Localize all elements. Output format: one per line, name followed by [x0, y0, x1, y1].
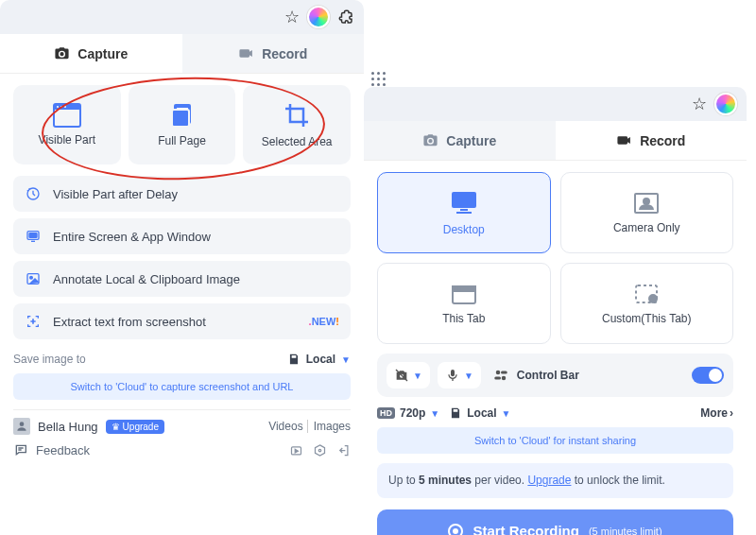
svg-rect-31 [501, 371, 507, 374]
image-icon [25, 270, 42, 287]
bookmark-star-icon[interactable]: ☆ [692, 94, 707, 114]
window-icon [53, 103, 81, 128]
svg-point-2 [57, 106, 59, 108]
camera-toggle-button[interactable]: ▼ [387, 362, 430, 388]
item-label: Visible Part after Delay [53, 187, 178, 201]
tile-label: Full Page [158, 134, 206, 147]
floppy-icon [287, 353, 301, 366]
limit-info: Up to 5 minutes per video. Upgrade to un… [377, 463, 733, 498]
svg-point-13 [30, 276, 33, 279]
video-library-icon[interactable] [289, 443, 303, 457]
svg-rect-33 [494, 377, 501, 380]
tab-record[interactable]: Record [556, 121, 747, 160]
bookmark-star-icon[interactable]: ☆ [284, 7, 300, 27]
start-label: Start Recording [472, 523, 579, 535]
svg-rect-17 [452, 192, 476, 208]
resolution-value: 720p [400, 406, 425, 420]
svg-point-16 [318, 449, 321, 452]
tile-desktop[interactable]: Desktop [377, 172, 551, 253]
tile-this-tab[interactable]: This Tab [377, 263, 551, 344]
svg-point-21 [644, 198, 649, 204]
more-label: More [700, 406, 728, 420]
capture-mode-grid: Visible Part Full Page Selected Area [13, 85, 351, 164]
settings-hex-icon[interactable] [313, 443, 327, 457]
link-images[interactable]: Images [307, 420, 351, 433]
chevron-right-icon: › [730, 406, 733, 420]
mic-toggle-button[interactable]: ▼ [438, 362, 481, 388]
camera-icon [54, 45, 70, 61]
chat-icon [13, 442, 28, 457]
start-sub-label: (5 minutes limit) [589, 526, 662, 535]
info-text: Up to [388, 474, 419, 487]
crop-icon [283, 101, 311, 129]
svg-point-32 [502, 376, 507, 381]
extension-color-icon[interactable] [714, 93, 737, 115]
save-image-label: Save image to [13, 353, 86, 366]
tab-capture[interactable]: Capture [0, 34, 182, 73]
browser-tab-icon [450, 282, 478, 306]
tile-custom-tab[interactable]: Custom(This Tab) [560, 263, 734, 344]
extension-color-icon[interactable] [307, 6, 330, 28]
chevron-down-icon: ▼ [464, 371, 473, 381]
tab-record-label: Record [262, 46, 307, 61]
chevron-down-icon: ▼ [413, 371, 422, 381]
video-icon [616, 132, 632, 148]
tile-visible-part[interactable]: Visible Part [13, 85, 121, 164]
tab-capture[interactable]: Capture [364, 121, 556, 160]
browser-toolbar-left: ☆ [0, 0, 364, 34]
controlbar-toggle[interactable] [692, 367, 724, 384]
tab-capture-label: Capture [446, 133, 496, 148]
svg-point-27 [649, 295, 657, 302]
extensions-puzzle-icon[interactable] [337, 9, 354, 26]
link-videos[interactable]: Videos [268, 420, 302, 433]
tile-camera-only[interactable]: Camera Only [560, 172, 734, 253]
feedback-link[interactable]: Feedback [36, 443, 90, 457]
person-frame-icon [632, 191, 661, 216]
clock-icon [25, 185, 42, 202]
upgrade-badge[interactable]: ♛ Upgrade [106, 420, 164, 434]
svg-rect-8 [172, 110, 189, 127]
tile-label: Custom(This Tab) [602, 312, 691, 325]
tab-record-label: Record [640, 133, 685, 148]
svg-rect-29 [451, 370, 455, 376]
hd-icon: HD [377, 407, 395, 419]
record-dot-icon [448, 524, 463, 535]
app-grid-icon[interactable] [364, 0, 394, 87]
tile-full-page[interactable]: Full Page [129, 85, 236, 164]
browser-toolbar-right: ☆ [364, 87, 747, 121]
item-extract-text[interactable]: Extract text from screenshot .NEW! [13, 303, 351, 339]
control-bar-row: ▼ ▼ Control Bar [377, 354, 733, 397]
svg-point-3 [60, 106, 62, 108]
item-label: Annotate Local & Clipboard Image [53, 272, 240, 286]
more-button[interactable]: More › [700, 406, 733, 420]
tab-record[interactable]: Record [182, 34, 365, 73]
storage-dropdown[interactable]: Local ▼ [449, 406, 510, 420]
info-text: per video. [472, 474, 527, 487]
resolution-dropdown[interactable]: HD 720p ▼ [377, 406, 439, 420]
item-entire-screen[interactable]: Entire Screen & App Window [13, 218, 351, 254]
mode-tabs-right: Capture Record [364, 121, 747, 161]
save-target-dropdown[interactable]: Local ▼ [287, 353, 351, 366]
monitor-icon [448, 189, 480, 217]
chevron-down-icon: ▼ [430, 408, 439, 419]
user-name: Bella Hung [38, 420, 98, 434]
logout-icon[interactable] [336, 443, 351, 457]
upgrade-label: Upgrade [123, 422, 159, 432]
svg-point-25 [458, 288, 460, 290]
controlbar-label: Control Bar [517, 369, 579, 382]
crown-icon: ♛ [112, 422, 120, 432]
item-visible-delay[interactable]: Visible Part after Delay [13, 176, 351, 212]
avatar[interactable] [13, 418, 30, 435]
svg-rect-19 [456, 212, 472, 214]
cloud-hint[interactable]: Switch to 'Cloud' for instant sharing [377, 427, 733, 454]
svg-point-14 [20, 422, 25, 426]
tile-selected-area[interactable]: Selected Area [243, 85, 351, 164]
cloud-hint[interactable]: Switch to 'Cloud' to capture screenshot … [13, 373, 351, 400]
video-icon [238, 45, 254, 61]
item-annotate[interactable]: Annotate Local & Clipboard Image [13, 261, 351, 297]
chevron-down-icon: ▼ [341, 354, 351, 365]
svg-point-4 [64, 106, 66, 108]
start-recording-button[interactable]: Start Recording (5 minutes limit) [377, 509, 733, 535]
tile-label: Selected Area [262, 135, 333, 148]
upgrade-link[interactable]: Upgrade [527, 474, 571, 487]
